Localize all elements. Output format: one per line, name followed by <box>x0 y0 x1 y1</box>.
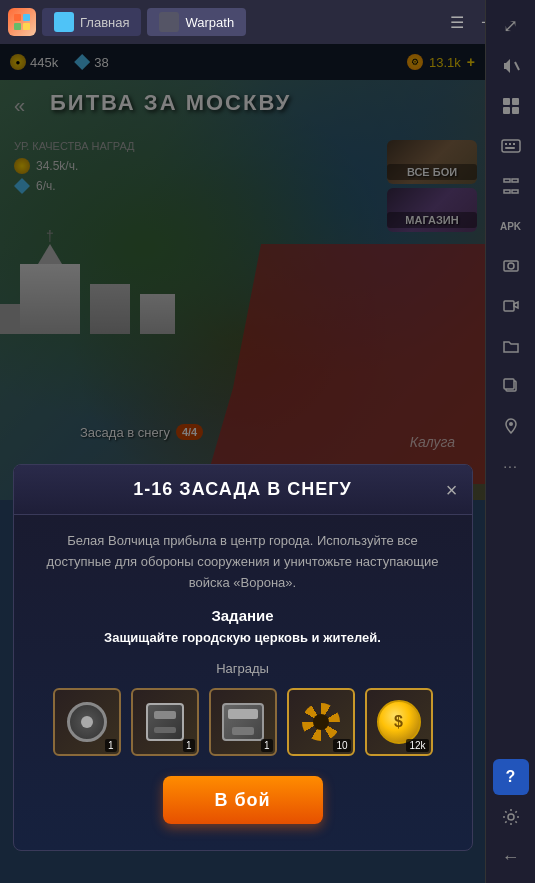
dialog-header: 1-16 ЗАСАДА В СНЕГУ × <box>14 465 472 515</box>
tab-warpath[interactable]: Warpath <box>147 8 246 36</box>
svg-rect-15 <box>512 179 518 182</box>
svg-line-4 <box>515 62 519 70</box>
reward-badge-2: 1 <box>183 739 195 752</box>
svg-rect-2 <box>14 23 21 30</box>
mission-dialog: 1-16 ЗАСАДА В СНЕГУ × Белая Волчица приб… <box>13 464 473 851</box>
app-logo <box>8 8 36 36</box>
reward-badge-1: 1 <box>105 739 117 752</box>
svg-point-24 <box>508 814 514 820</box>
copy-icon[interactable] <box>493 368 529 404</box>
home-tab-icon <box>54 12 74 32</box>
reward-item-1: 1 <box>53 688 121 756</box>
svg-rect-0 <box>14 14 21 21</box>
more-options-icon[interactable]: ··· <box>493 448 529 484</box>
wheel-icon <box>67 702 107 742</box>
svg-rect-11 <box>509 143 511 145</box>
menu-button[interactable]: ☰ <box>444 11 470 34</box>
svg-point-19 <box>508 263 514 269</box>
battle-button[interactable]: В бой <box>163 776 323 824</box>
dialog-title: 1-16 ЗАСАДА В СНЕГУ <box>133 479 351 499</box>
svg-point-23 <box>509 422 513 426</box>
reward-item-3: 1 <box>209 688 277 756</box>
reward-icon-wheel <box>63 698 111 746</box>
engine-detail <box>228 709 258 719</box>
sound-icon[interactable] <box>493 48 529 84</box>
rewards-title: Награды <box>34 661 452 676</box>
warpath-tab-icon <box>159 12 179 32</box>
part-detail <box>154 711 176 719</box>
part-icon <box>146 703 184 741</box>
svg-rect-7 <box>503 107 510 114</box>
apk-icon[interactable]: APK <box>493 208 529 244</box>
dialog-close-button[interactable]: × <box>446 480 458 500</box>
reward-badge-3: 1 <box>261 739 273 752</box>
svg-rect-10 <box>505 143 507 145</box>
reward-badge-5: 12k <box>406 739 428 752</box>
expand-icon[interactable]: ⤢ <box>493 8 529 44</box>
game-area: ● 445k 38 ⚙ 13.1k + « БИТВА ЗА МОСКВУ УР… <box>0 44 485 883</box>
gear-icon <box>302 703 340 741</box>
part-detail2 <box>154 727 176 733</box>
back-nav-icon[interactable]: ← <box>493 839 529 875</box>
reward-badge-4: 10 <box>333 739 350 752</box>
keyboard-icon[interactable] <box>493 128 529 164</box>
svg-rect-13 <box>505 147 515 149</box>
screenshot-icon[interactable] <box>493 248 529 284</box>
svg-rect-22 <box>504 379 514 389</box>
svg-rect-3 <box>23 23 30 30</box>
svg-rect-16 <box>504 190 510 193</box>
right-sidebar: ⤢ APK <box>485 0 535 883</box>
folder-icon[interactable] <box>493 328 529 364</box>
warpath-tab-label: Warpath <box>185 15 234 30</box>
task-text: Защищайте городскую церковь и жителей. <box>34 630 452 645</box>
location-icon[interactable] <box>493 408 529 444</box>
dialog-description: Белая Волчица прибыла в центр города. Ис… <box>34 531 452 593</box>
reward-item-4: 10 <box>287 688 355 756</box>
svg-rect-20 <box>504 301 514 311</box>
svg-rect-14 <box>504 179 510 182</box>
reward-item-2: 1 <box>131 688 199 756</box>
title-bar: Главная Warpath ☰ ─ □ <box>0 0 535 44</box>
record-icon[interactable] <box>493 288 529 324</box>
capture-icon[interactable] <box>493 168 529 204</box>
gold-coin-icon: $ <box>377 700 421 744</box>
home-tab-label: Главная <box>80 15 129 30</box>
svg-rect-17 <box>512 190 518 193</box>
svg-rect-5 <box>503 98 510 105</box>
grid-icon[interactable] <box>493 88 529 124</box>
svg-rect-1 <box>23 14 30 21</box>
svg-rect-6 <box>512 98 519 105</box>
engine-detail2 <box>232 727 254 735</box>
svg-rect-9 <box>502 140 520 152</box>
help-icon[interactable]: ? <box>493 759 529 795</box>
settings-icon[interactable] <box>493 799 529 835</box>
dialog-body: Белая Волчица прибыла в центр города. Ис… <box>14 515 472 850</box>
svg-rect-8 <box>512 107 519 114</box>
task-title: Задание <box>34 607 452 624</box>
reward-icon-engine <box>219 698 267 746</box>
rewards-row: 1 1 <box>34 688 452 756</box>
engine-icon <box>222 703 264 741</box>
task-text-span: Защищайте городскую церковь и жителей. <box>104 630 381 645</box>
reward-icon-wheel2 <box>141 698 189 746</box>
svg-rect-12 <box>513 143 515 145</box>
tab-home[interactable]: Главная <box>42 8 141 36</box>
reward-item-5: $ 12k <box>365 688 433 756</box>
